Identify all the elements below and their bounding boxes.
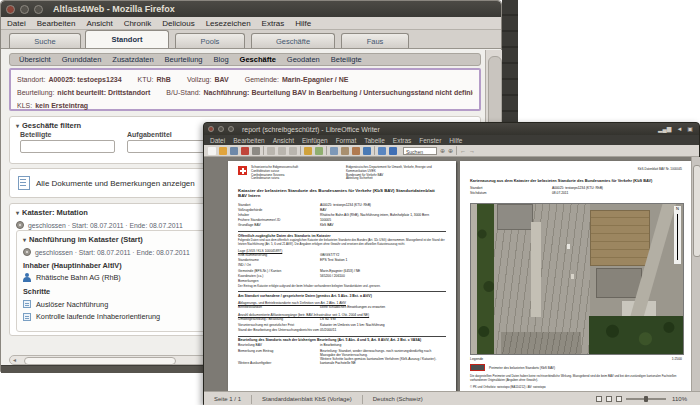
- subnav-item[interactable]: Zusatzdaten: [112, 55, 153, 64]
- step-link[interactable]: Kontrolle laufende Inhaberorientierung: [36, 312, 160, 321]
- view-book-icon[interactable]: [616, 396, 622, 402]
- toolbar-icon[interactable]: [300, 146, 301, 155]
- app-subnav: ÜbersichtGrunddatenZusatzdatenBeurteilun…: [9, 53, 481, 66]
- window-minimize-button[interactable]: [218, 126, 224, 132]
- map-scale: 1:2500: [672, 357, 682, 361]
- toolbar-icon[interactable]: [389, 147, 397, 155]
- menu-item[interactable]: Extras: [393, 137, 411, 144]
- search-down-icon[interactable]: ⊕: [440, 147, 445, 154]
- menu-item[interactable]: Hilfe: [295, 19, 311, 28]
- volume-icon[interactable]: ◄: [676, 125, 682, 133]
- scrollbar-thumb[interactable]: [693, 165, 700, 257]
- subnav-item[interactable]: Blog: [214, 55, 229, 64]
- toolbar-icon[interactable]: [374, 146, 375, 155]
- forward-arrow-icon[interactable]: →: [469, 148, 475, 154]
- toolbar-icon[interactable]: [267, 147, 275, 155]
- toolbar-icon[interactable]: [304, 147, 312, 155]
- menu-item[interactable]: Format: [336, 137, 357, 144]
- page-header-text: KbS-Datenblatt BAV Nr. 1000045: [638, 167, 682, 171]
- writer-menubar: DateiBearbeitenAnsichtEinfügenFormatTabe…: [204, 135, 699, 145]
- toolbar-icon[interactable]: [352, 147, 360, 155]
- browser-tab[interactable]: Suche: [9, 33, 81, 48]
- toolbar-icon[interactable]: [208, 147, 216, 155]
- network-signal-icon[interactable]: ▂▄▆: [658, 125, 671, 133]
- window-maximize-button[interactable]: [34, 5, 43, 14]
- inhaber-name[interactable]: Rhätische Bahn AG (RhB): [36, 273, 121, 282]
- menu-item[interactable]: Tabelle: [364, 137, 385, 144]
- writer-vertical-scrollbar[interactable]: [691, 157, 700, 391]
- search-up-icon[interactable]: ⊕: [448, 147, 453, 154]
- menu-item[interactable]: Ansicht: [273, 137, 294, 144]
- toolbar-icon[interactable]: [289, 147, 297, 155]
- toolbar-icon[interactable]: [378, 147, 386, 155]
- document-area: Schweizerische Eidgenossenschaft Confédé…: [204, 157, 699, 391]
- back-arrow-icon[interactable]: ←: [460, 148, 466, 154]
- writer-titlebar[interactable]: report (schreibgeschützt) - LibreOffice …: [204, 123, 699, 135]
- writer-statusbar: Seite 1 / 1 Standarddatenblatt KbS (Vorl…: [204, 391, 700, 405]
- toolbar-icon[interactable]: [252, 147, 260, 155]
- step-link[interactable]: Auslöser Nachführung: [36, 300, 108, 309]
- toolbar-icon[interactable]: [263, 146, 264, 155]
- task-icon: [23, 300, 31, 308]
- beteiligte-input[interactable]: [20, 140, 115, 153]
- subnav-item[interactable]: Geodaten: [287, 55, 320, 64]
- menu-item[interactable]: Bearbeiten: [37, 19, 76, 28]
- toolbar-icon[interactable]: [326, 146, 327, 155]
- statusbar-page: Seite 1 / 1: [214, 396, 241, 402]
- toolbar-icon[interactable]: [278, 147, 286, 155]
- subnav-item[interactable]: Geschäfte: [240, 55, 276, 64]
- menu-item[interactable]: Delicious: [162, 19, 194, 28]
- map-page-title: Kartenauszug aus dem Kataster der belast…: [470, 179, 682, 184]
- document-row: Der Eintrag im Kataster erfolgte aufgrun…: [238, 285, 446, 289]
- toolbar-icon[interactable]: [219, 147, 227, 155]
- scroll-left-arrow-icon[interactable]: ◂: [13, 356, 16, 364]
- menu-item[interactable]: Lesezeichen: [206, 19, 251, 28]
- toolbar-icon[interactable]: [315, 147, 323, 155]
- view-multi-page-icon[interactable]: [606, 396, 612, 402]
- browser-tab[interactable]: Faus: [341, 33, 409, 48]
- menu-item[interactable]: Ansicht: [86, 19, 112, 28]
- firefox-titlebar[interactable]: Altlast4Web - Mozilla Firefox: [1, 1, 501, 17]
- browser-tab[interactable]: Geschäfte: [251, 33, 335, 48]
- menu-item[interactable]: Datei: [210, 137, 225, 144]
- browser-tab[interactable]: Standort: [85, 30, 169, 48]
- scrollbar-thumb[interactable]: [24, 357, 176, 365]
- document-row: Beurteilung BAVin Bearbeitung: [238, 343, 446, 348]
- legend-item: Perimeter des belasteten Standorts (KbS …: [470, 364, 555, 371]
- menu-item[interactable]: Bearbeiten: [233, 137, 264, 144]
- window-minimize-button[interactable]: [20, 5, 29, 14]
- window-maximize-button[interactable]: [228, 126, 234, 132]
- toolbar-icon[interactable]: [241, 147, 249, 155]
- show-all-documents-link[interactable]: Alle Dokumente und Bemerkungen anzeigen: [36, 179, 195, 188]
- zoom-slider-knob[interactable]: [644, 396, 648, 402]
- session-icon[interactable]: ▣: [687, 125, 693, 133]
- subnav-item[interactable]: Übersicht: [19, 55, 51, 64]
- menu-item[interactable]: Chronik: [124, 19, 152, 28]
- subnav-item[interactable]: Beteiligte: [331, 55, 362, 64]
- toolbar-icon[interactable]: [330, 147, 338, 155]
- aerial-photo: N: [470, 203, 684, 355]
- menu-item[interactable]: Extras: [262, 19, 285, 28]
- browser-tab[interactable]: Pools: [175, 33, 245, 48]
- zoom-percentage[interactable]: 110%: [672, 396, 687, 402]
- document-page-2: KbS-Datenblatt BAV Nr. 1000045 Kartenaus…: [460, 161, 692, 391]
- subnav-item[interactable]: Beurteilung: [165, 55, 203, 64]
- toolbar-icon[interactable]: [230, 147, 238, 155]
- menu-item[interactable]: Einfügen: [302, 137, 328, 144]
- search-combobox[interactable]: Suchen: [403, 147, 437, 155]
- menu-item[interactable]: Datei: [7, 19, 26, 28]
- statusbar-zoom-area: 110%: [596, 396, 687, 402]
- zoom-slider[interactable]: [626, 398, 666, 400]
- window-close-button[interactable]: [208, 126, 214, 132]
- menu-item[interactable]: Hilfe: [449, 137, 462, 144]
- view-single-page-icon[interactable]: [596, 396, 602, 402]
- window-close-button[interactable]: [6, 5, 15, 14]
- toolbar-icons: [208, 146, 397, 155]
- document-row: Öffentlich zugängliche Daten des Standor…: [238, 231, 446, 238]
- subnav-item[interactable]: Grunddaten: [62, 55, 102, 64]
- toolbar-icon[interactable]: [341, 147, 349, 155]
- collapse-triangle-icon: ▾: [16, 209, 19, 216]
- menu-item[interactable]: Fenster: [419, 137, 441, 144]
- toolbar-icon[interactable]: [363, 147, 371, 155]
- map-trees-bottom-right: [589, 316, 683, 354]
